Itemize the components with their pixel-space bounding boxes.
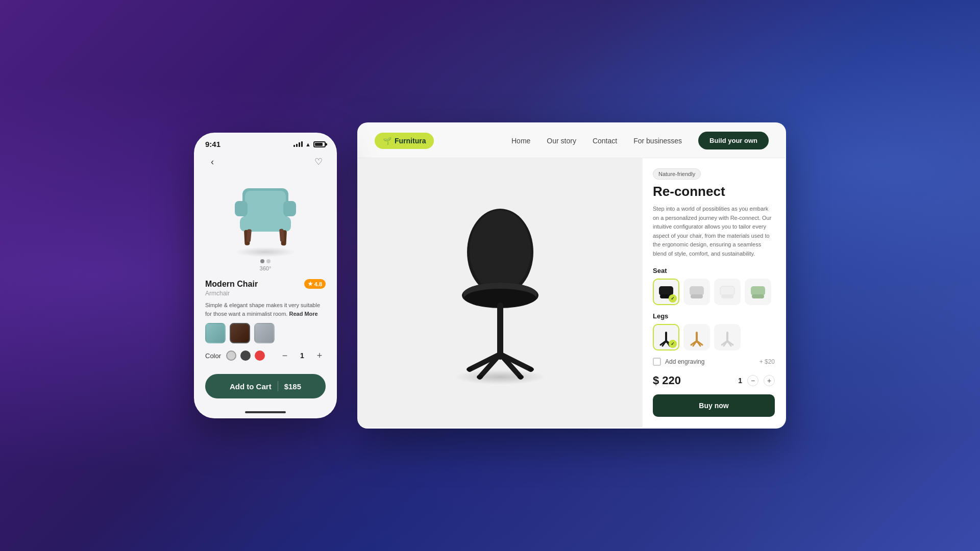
nav-our-story[interactable]: Our story <box>547 137 576 145</box>
svg-rect-4 <box>240 216 291 232</box>
rating-badge: ★ 4.8 <box>304 279 326 289</box>
home-bar <box>245 411 286 413</box>
svg-rect-18 <box>659 286 673 295</box>
cart-price-label: $185 <box>284 382 301 391</box>
build-your-own-button[interactable]: Build your own <box>698 132 769 149</box>
engraving-label: Add engraving <box>665 358 704 365</box>
svg-rect-20 <box>690 286 704 295</box>
product-description-web: Step into a world of possiblities as you… <box>653 205 775 259</box>
product-description: Simple & elegant shape makes it very sui… <box>205 301 326 318</box>
svg-rect-21 <box>691 294 703 298</box>
legs-option-oak[interactable] <box>683 324 710 350</box>
engraving-row: Add engraving + $20 <box>653 358 775 366</box>
fabric-swatch-brown[interactable] <box>230 323 250 343</box>
color-dot-red[interactable] <box>255 350 265 361</box>
web-product-view <box>358 158 642 428</box>
nav-contact[interactable]: Contact <box>593 137 617 145</box>
nav-links: Home Our story Contact For businesses Bu… <box>511 132 769 149</box>
legs-option-white[interactable] <box>714 324 741 350</box>
product-title-web: Re-connect <box>653 184 775 199</box>
mobile-phone: 9:41 ▲ ‹ ♡ <box>194 133 337 418</box>
fabric-swatch-teal[interactable] <box>205 323 226 343</box>
product-info-mobile: Modern Chair ★ 4.8 Armchair Simple & ele… <box>195 274 336 374</box>
svg-rect-1 <box>245 191 286 219</box>
legs-white-icon <box>718 328 737 347</box>
web-product-panel: Nature-friendly Re-connect Step into a w… <box>642 158 785 428</box>
image-dots <box>260 259 271 263</box>
logo-icon: 🌱 <box>383 137 391 145</box>
seat-options: ✓ <box>653 279 775 305</box>
color-dot-dark[interactable] <box>240 350 251 361</box>
back-button[interactable]: ‹ <box>205 155 219 169</box>
seat-option-black[interactable]: ✓ <box>653 279 679 305</box>
svg-rect-22 <box>720 286 734 295</box>
buy-now-button[interactable]: Buy now <box>653 394 775 417</box>
star-icon: ★ <box>308 281 313 287</box>
chair-svg-mobile <box>225 178 306 249</box>
legs-section: Legs ✓ <box>653 312 775 350</box>
chair-shadow-web <box>454 369 546 385</box>
fabric-swatch-gray[interactable] <box>254 323 275 343</box>
product-price-web: $ 220 <box>653 374 681 387</box>
seat-section: Seat ✓ <box>653 267 775 305</box>
fabric-swatches <box>205 323 326 343</box>
logo[interactable]: 🌱 Furnitura <box>375 133 434 149</box>
quantity-control-web: 1 − + <box>738 375 775 386</box>
back-arrow-icon: ‹ <box>211 157 214 167</box>
web-tablet: 🌱 Furnitura Home Our story Contact For b… <box>357 122 786 429</box>
color-qty-row: Color − 1 + <box>205 349 326 362</box>
svg-rect-3 <box>283 201 296 216</box>
product-subtitle: Armchair <box>205 290 326 297</box>
nav-home[interactable]: Home <box>511 137 530 145</box>
seat-option-gray[interactable] <box>683 279 710 305</box>
svg-point-10 <box>470 210 531 292</box>
qty-increase-mobile[interactable]: + <box>313 349 326 362</box>
add-to-cart-label: Add to Cart <box>230 382 272 391</box>
seat-option-mint[interactable] <box>745 279 771 305</box>
product-name-mobile: Modern Chair <box>205 280 258 289</box>
qty-decrease-web[interactable]: − <box>747 375 758 386</box>
qty-value-web: 1 <box>738 377 742 385</box>
status-icons: ▲ <box>293 141 326 147</box>
engraving-checkbox[interactable] <box>653 358 661 366</box>
seat-mint-icon <box>748 282 768 302</box>
logo-text: Furnitura <box>395 137 426 145</box>
nav-for-businesses[interactable]: For businesses <box>633 137 682 145</box>
seat-label: Seat <box>653 267 775 274</box>
product-image-area: 360° <box>195 173 336 274</box>
nature-friendly-badge: Nature-friendly <box>653 168 701 180</box>
legs-option-dark[interactable]: ✓ <box>653 324 679 350</box>
black-chair-container <box>429 206 572 380</box>
seat-white-icon <box>718 282 737 302</box>
seat-black-check: ✓ <box>669 294 677 303</box>
web-main-content: Nature-friendly Re-connect Step into a w… <box>358 158 785 428</box>
mobile-nav: ‹ ♡ <box>195 151 336 173</box>
heart-icon: ♡ <box>314 156 323 167</box>
btn-divider <box>278 381 278 391</box>
svg-rect-2 <box>235 201 248 216</box>
chair-image-mobile <box>225 178 306 249</box>
price-qty-row: $ 220 1 − + <box>653 374 775 387</box>
signal-icon <box>293 141 303 147</box>
battery-icon <box>313 141 326 147</box>
add-to-cart-button[interactable]: Add to Cart $185 <box>205 374 326 398</box>
three-sixty-label[interactable]: 360° <box>260 265 272 271</box>
wishlist-button[interactable]: ♡ <box>311 155 326 169</box>
status-time: 9:41 <box>205 140 220 148</box>
legs-options: ✓ <box>653 324 775 350</box>
color-label: Color <box>205 352 221 360</box>
read-more-link[interactable]: Read More <box>289 311 317 317</box>
legs-dark-check: ✓ <box>669 340 677 348</box>
color-dot-gray[interactable] <box>226 350 236 361</box>
qty-value-mobile: 1 <box>297 352 307 360</box>
status-bar: 9:41 ▲ <box>195 134 336 151</box>
svg-rect-24 <box>751 286 765 295</box>
legs-label: Legs <box>653 312 775 320</box>
qty-decrease-mobile[interactable]: − <box>279 349 291 362</box>
quantity-control-mobile: − 1 + <box>279 349 326 362</box>
wifi-icon: ▲ <box>305 141 311 147</box>
color-dots <box>226 350 265 361</box>
seat-option-white[interactable] <box>714 279 741 305</box>
qty-increase-web[interactable]: + <box>764 375 775 386</box>
rating-value: 4.8 <box>314 281 322 287</box>
